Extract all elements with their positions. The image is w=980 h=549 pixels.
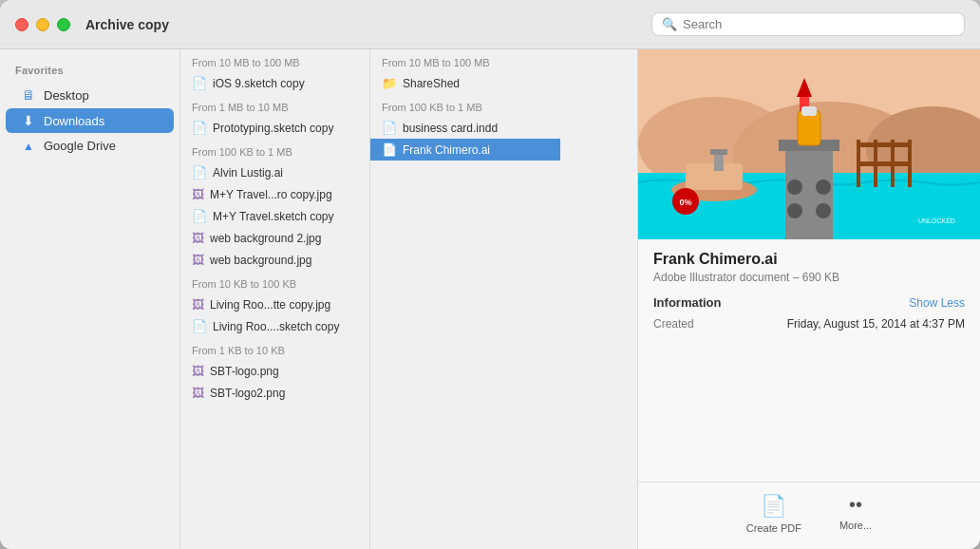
doc-icon: 📄 xyxy=(192,165,207,180)
file-name: web background.jpg xyxy=(210,254,311,267)
file-item-myt-sketch[interactable]: 📄 M+Y Travel.sketch copy xyxy=(180,205,369,227)
file-item-livingroo-sketch[interactable]: 📄 Living Roo....sketch copy xyxy=(180,315,369,337)
file-name: Prototyping.sketch copy xyxy=(213,122,333,135)
file-item-prototyping[interactable]: 📄 Prototyping.sketch copy xyxy=(180,117,369,139)
svg-rect-15 xyxy=(857,142,912,147)
sidebar: Favorites 🖥 Desktop ⬇ Downloads ▲ Google… xyxy=(0,49,180,549)
file-name: Frank Chimero.ai xyxy=(403,143,490,157)
file-item-myt-copy-jpg[interactable]: 🖼 M+Y Travel...ro copy.jpg xyxy=(180,183,369,205)
file-name: web background 2.jpg xyxy=(210,232,321,245)
create-pdf-label: Create PDF xyxy=(746,522,801,534)
file-name: ShareShed xyxy=(403,77,460,90)
svg-text:0%: 0% xyxy=(679,198,691,207)
maximize-button[interactable] xyxy=(57,18,70,31)
doc-icon: 📄 xyxy=(192,121,207,135)
img-icon: 🖼 xyxy=(192,364,204,378)
sidebar-item-downloads-label: Downloads xyxy=(44,114,104,128)
created-value: Friday, August 15, 2014 at 4:37 PM xyxy=(787,317,965,331)
svg-point-7 xyxy=(787,203,802,218)
show-less-button[interactable]: Show Less xyxy=(909,296,965,310)
file-item-ios9sketch[interactable]: 📄 iOS 9.sketch copy xyxy=(180,72,369,94)
file-name: Living Roo...tte copy.jpg xyxy=(210,298,330,312)
titlebar: Archive copy 🔍 xyxy=(0,0,980,49)
file-item-sbt-logo[interactable]: 🖼 SBT-logo.png xyxy=(180,360,369,382)
svg-rect-24 xyxy=(710,149,727,155)
sidebar-item-desktop-label: Desktop xyxy=(44,88,89,103)
img-icon: 🖼 xyxy=(192,253,204,267)
finder-window: Archive copy 🔍 Favorites 🖥 Desktop ⬇ Dow… xyxy=(0,0,980,549)
preview-filetype: Adobe Illustrator document – 690 KB xyxy=(653,271,965,284)
group-header-1mb-10mb: From 1 MB to 10 MB xyxy=(180,94,369,117)
search-input[interactable] xyxy=(683,17,954,31)
group-header-10mb-100mb-1: From 10 MB to 100 MB xyxy=(180,49,369,72)
file-item-livingroo-jpg[interactable]: 🖼 Living Roo...tte copy.jpg xyxy=(180,293,369,315)
file-item-sbt-logo2[interactable]: 🖼 SBT-logo2.png xyxy=(180,382,369,404)
svg-rect-20 xyxy=(801,106,817,116)
svg-text:UNLOCKED: UNLOCKED xyxy=(918,218,955,224)
svg-point-8 xyxy=(816,180,831,195)
file-item-frank-chimero[interactable]: 📄 Frank Chimero.ai xyxy=(370,139,560,161)
img-icon: 🖼 xyxy=(192,297,204,312)
svg-point-6 xyxy=(787,180,802,195)
desktop-icon: 🖥 xyxy=(21,87,36,103)
preview-image: 0% UNLOCKED xyxy=(638,49,980,239)
sidebar-section-label: Favorites xyxy=(0,61,179,82)
file-column-1: From 10 MB to 100 MB 📄 iOS 9.sketch copy… xyxy=(180,49,370,549)
file-name: iOS 9.sketch copy xyxy=(213,77,305,90)
img-icon: 🖼 xyxy=(192,187,204,201)
svg-point-9 xyxy=(816,203,831,218)
doc-icon: 📄 xyxy=(192,319,207,333)
minimize-button[interactable] xyxy=(36,18,49,31)
img-icon: 🖼 xyxy=(192,386,204,400)
sidebar-item-google-drive[interactable]: ▲ Google Drive xyxy=(6,134,174,158)
file-item-webbg[interactable]: 🖼 web background.jpg xyxy=(180,249,369,271)
preview-actions: 📄 Create PDF •• More... xyxy=(638,482,980,549)
content-area: Favorites 🖥 Desktop ⬇ Downloads ▲ Google… xyxy=(0,49,980,549)
file-name: M+Y Travel.sketch copy xyxy=(213,210,334,223)
group-header-100kb-1mb-1: From 100 KB to 1 MB xyxy=(180,139,369,161)
window-title: Archive copy xyxy=(85,17,651,32)
info-label: Information xyxy=(653,295,722,310)
folder-icon: 📁 xyxy=(382,76,397,90)
close-button[interactable] xyxy=(15,18,28,31)
downloads-icon: ⬇ xyxy=(21,113,36,128)
group-header-100kb-1mb-2: From 100 KB to 1 MB xyxy=(370,94,560,117)
file-name: SBT-logo2.png xyxy=(210,387,285,400)
file-item-businesscard[interactable]: 📄 business card.indd xyxy=(370,117,560,139)
search-icon: 🔍 xyxy=(662,17,677,31)
more-label: More... xyxy=(839,520,872,531)
preview-panel: 0% UNLOCKED Frank Chimero.ai Adobe Illus… xyxy=(638,49,980,549)
sidebar-item-downloads[interactable]: ⬇ Downloads xyxy=(6,108,174,133)
img-icon: 🖼 xyxy=(192,231,204,245)
file-columns: From 10 MB to 100 MB 📄 iOS 9.sketch copy… xyxy=(180,49,638,549)
file-name: SBT-logo.png xyxy=(210,365,279,378)
doc-icon: 📄 xyxy=(382,142,397,157)
file-item-alvin[interactable]: 📄 Alvin Lustig.ai xyxy=(180,161,369,183)
info-created-row: Created Friday, August 15, 2014 at 4:37 … xyxy=(653,317,965,331)
doc-icon: 📄 xyxy=(192,209,207,223)
group-header-1kb-10kb: From 1 KB to 10 KB xyxy=(180,337,369,360)
traffic-lights xyxy=(15,18,70,31)
file-name: M+Y Travel...ro copy.jpg xyxy=(210,188,332,201)
google-drive-icon: ▲ xyxy=(21,140,36,153)
create-pdf-action[interactable]: 📄 Create PDF xyxy=(746,494,801,534)
file-name: Alvin Lustig.ai xyxy=(213,166,283,180)
file-column-2: From 10 MB to 100 MB 📁 ShareShed From 10… xyxy=(370,49,560,549)
svg-rect-19 xyxy=(798,111,820,145)
create-pdf-icon: 📄 xyxy=(761,494,786,519)
info-header-row: Information Show Less xyxy=(653,295,965,310)
sidebar-item-desktop[interactable]: 🖥 Desktop xyxy=(6,83,174,107)
file-name: business card.indd xyxy=(403,122,498,135)
file-item-shareshed[interactable]: 📁 ShareShed xyxy=(370,72,560,94)
file-name: Living Roo....sketch copy xyxy=(213,320,339,333)
group-header-10kb-100kb: From 10 KB to 100 KB xyxy=(180,271,369,293)
preview-filename: Frank Chimero.ai xyxy=(653,251,965,268)
group-header-10mb-100mb-2: From 10 MB to 100 MB xyxy=(370,49,560,72)
file-item-webbg2[interactable]: 🖼 web background 2.jpg xyxy=(180,227,369,249)
more-action[interactable]: •• More... xyxy=(839,494,872,534)
svg-rect-16 xyxy=(857,161,912,166)
more-icon: •• xyxy=(849,494,862,516)
preview-info: Frank Chimero.ai Adobe Illustrator docum… xyxy=(638,239,980,482)
search-bar[interactable]: 🔍 xyxy=(651,12,965,36)
doc-icon: 📄 xyxy=(192,76,207,90)
